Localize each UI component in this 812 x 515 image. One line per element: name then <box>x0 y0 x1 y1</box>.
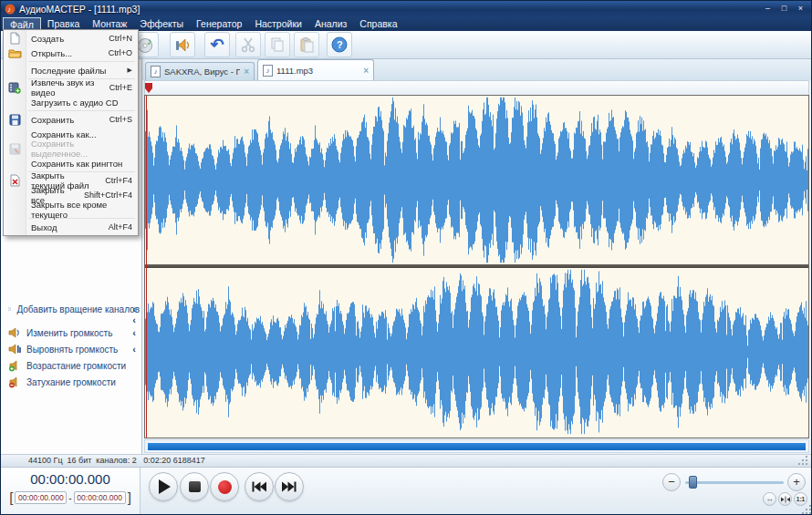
tab-label: SAKXRA, Вирус - Попро... <box>164 67 240 77</box>
range-dash: - <box>68 493 71 503</box>
menu-item-label: Открыть... <box>31 48 72 58</box>
save-selection-icon <box>7 141 22 156</box>
zoom-out-button[interactable]: − <box>662 473 681 491</box>
record-icon <box>218 480 232 494</box>
zoom-in-button[interactable]: + <box>787 473 806 491</box>
menubar-item-settings[interactable]: Настройки <box>248 17 308 30</box>
menu-item-label: Сохранить как рингтон <box>31 159 122 169</box>
sidebar-item-channel-rotation[interactable]: Добавить вращение каналов ‹ <box>8 301 140 317</box>
close-button[interactable]: × <box>794 4 807 14</box>
svg-text:?: ? <box>337 39 343 50</box>
sidebar-item-volume-increase[interactable]: Возрастание громкости <box>8 357 140 374</box>
editor-area <box>142 80 811 454</box>
menu-item-save-as-ringtone[interactable]: Сохранить как рингтон <box>4 156 138 170</box>
zoom-one-to-one-button[interactable]: 1:1 <box>794 492 807 506</box>
sidebar-item-change-volume[interactable]: Изменить громкость ‹ <box>8 324 140 341</box>
collapse-chevron[interactable]: ‹ <box>132 304 136 314</box>
waveform-right-channel[interactable] <box>145 268 808 436</box>
menubar-item-analysis[interactable]: Анализ <box>308 17 353 30</box>
copy-icon <box>269 36 286 53</box>
stop-button[interactable] <box>180 472 209 501</box>
menu-separator <box>28 61 135 62</box>
fit-selection-icon <box>781 496 790 503</box>
menu-item-new[interactable]: Создать Ctrl+N <box>4 31 138 46</box>
overview-scrollbar[interactable] <box>148 443 806 450</box>
paste-icon <box>298 36 315 53</box>
fit-selection-button[interactable] <box>778 492 792 506</box>
skip-start-icon <box>252 481 266 492</box>
menu-item-shortcut: Ctrl+F4 <box>99 176 132 185</box>
record-button[interactable] <box>210 472 239 501</box>
menubar-item-effects[interactable]: Эффекты <box>133 17 190 30</box>
selection-end-input[interactable] <box>74 491 126 504</box>
menu-item-shortcut: Ctrl+E <box>104 83 132 92</box>
zoom-slider-handle[interactable] <box>689 476 697 489</box>
copy-button[interactable] <box>265 32 290 57</box>
tab-1111-mp3[interactable]: ♪ 1111.mp3 × <box>257 59 374 80</box>
play-button[interactable] <box>149 472 178 501</box>
tab-label: 1111.mp3 <box>276 66 313 76</box>
tab-sakxra[interactable]: ♪ SAKXRA, Вирус - Попро... × <box>145 62 255 80</box>
tab-close-icon[interactable]: × <box>363 66 369 76</box>
waveform-panel <box>144 95 809 438</box>
status-bar: 44100 Гц 16 бит каналов: 2 0:02:20 61884… <box>1 454 811 468</box>
extract-audio-icon <box>7 80 22 95</box>
menubar-item-montage[interactable]: Монтаж <box>86 17 133 30</box>
playhead-pin[interactable] <box>145 83 152 93</box>
menu-item-exit[interactable]: Выход Alt+F4 <box>4 220 138 234</box>
menu-item-load-audio-cd[interactable]: Загрузить с аудио CD <box>4 95 138 109</box>
maximize-button[interactable]: □ <box>777 4 791 14</box>
bracket-close: ] <box>128 491 131 504</box>
skip-start-button[interactable] <box>245 472 274 501</box>
selection-start-input[interactable] <box>15 491 67 504</box>
menu-item-save-selection: Сохранить выделенное... <box>4 141 138 156</box>
menu-item-recent-files[interactable]: Последние файлы ▶ <box>4 63 138 77</box>
rotate-channels-icon <box>8 303 11 315</box>
stop-icon <box>189 481 201 492</box>
time-display: 00:00:00.000 <box>1 471 140 487</box>
sidebar-item-equalize-volume[interactable]: Выровнять громкость ‹ <box>8 341 140 357</box>
time-panel: 00:00:00.000 [ - ] <box>1 468 141 515</box>
tab-close-icon[interactable]: × <box>244 67 249 77</box>
waveform-left-channel[interactable] <box>145 96 808 264</box>
document-tabs: ♪ SAKXRA, Вирус - Попро... × ♪ 1111.mp3 … <box>142 59 811 80</box>
sidebar-item-volume-fade[interactable]: Затухание громкости <box>8 374 140 390</box>
menu-item-label: Сохранить <box>31 115 74 125</box>
new-file-icon <box>7 31 22 46</box>
help-button[interactable]: ? <box>327 32 352 57</box>
menu-item-shortcut: Shift+Ctrl+F4 <box>78 191 132 200</box>
menu-item-shortcut: Alt+F4 <box>103 222 132 232</box>
skip-end-button[interactable] <box>275 472 304 501</box>
title-bar: ♪ АудиоМАСТЕР - [1111.mp3] – □ × <box>1 1 811 16</box>
collapse-chevron[interactable]: ‹ <box>132 327 136 338</box>
collapse-chevron[interactable]: ‹ <box>132 344 136 355</box>
loudness-button[interactable] <box>170 32 195 57</box>
timeline-ruler[interactable] <box>144 80 809 95</box>
fit-width-button[interactable]: ↔ <box>763 492 776 506</box>
transport-bar: 00:00:00.000 [ - ] <box>1 468 811 515</box>
cut-button[interactable] <box>235 32 261 57</box>
resize-grip[interactable] <box>802 459 804 461</box>
undo-icon: ↶ <box>210 36 224 53</box>
menu-item-open[interactable]: Открыть... Ctrl+O <box>4 46 138 60</box>
zoom-slider[interactable] <box>685 481 784 484</box>
loudness-icon <box>173 36 192 54</box>
menubar-item-help[interactable]: Справка <box>353 17 403 30</box>
undo-button[interactable]: ↶ <box>204 32 230 57</box>
window-resize-grip[interactable] <box>806 509 807 510</box>
menu-separator <box>28 110 135 111</box>
menubar-item-file[interactable]: Файл <box>3 17 41 30</box>
volume-fade-icon <box>8 376 21 388</box>
minimize-button[interactable]: – <box>761 4 775 14</box>
menu-item-extract-audio[interactable]: Извлечь звук из видео Ctrl+E <box>4 80 138 95</box>
menu-item-label: Сохранить как... <box>31 129 97 139</box>
menu-item-label: Выход <box>31 222 57 232</box>
playhead-line[interactable] <box>146 96 147 438</box>
menu-item-save[interactable]: Сохранить Ctrl+S <box>4 112 138 127</box>
menubar-item-generator[interactable]: Генератор <box>190 17 248 30</box>
help-icon: ? <box>330 36 349 54</box>
paste-button[interactable] <box>294 32 319 57</box>
menubar-item-edit[interactable]: Правка <box>41 17 86 30</box>
sidebar-item-label: Добавить вращение каналов <box>16 304 140 314</box>
menu-item-close-all-except[interactable]: Закрыть все кроме текущего <box>4 202 138 217</box>
